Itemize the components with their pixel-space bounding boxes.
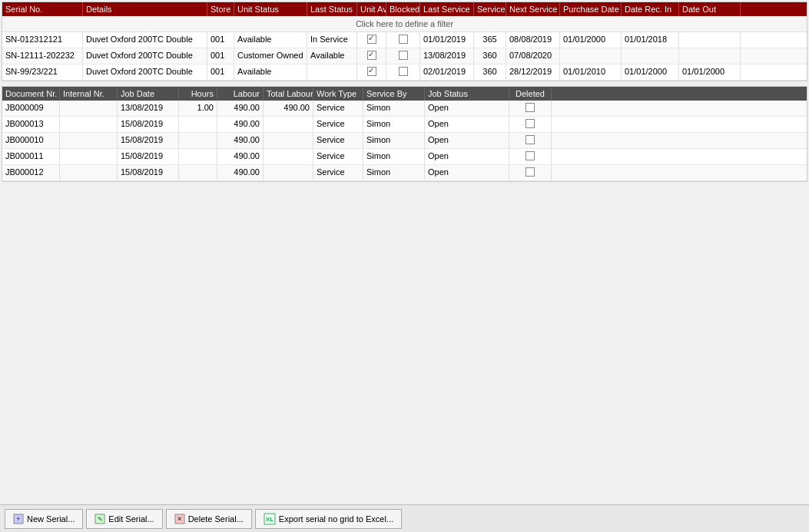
- checkbox-blocked: [399, 35, 408, 44]
- cell-purchase-date: [560, 48, 622, 64]
- header-service-int: Service Int.: [474, 2, 506, 16]
- cell-date-out: 01/01/2000: [679, 64, 741, 80]
- new-icon: +: [13, 514, 24, 524]
- delete-serial-button[interactable]: ✕ Delete Serial...: [166, 509, 252, 529]
- bcell-doc-nr: JB000009: [2, 101, 60, 116]
- bottom-grid-header: Document Nr. Internal Nr. Job Date Hours…: [2, 87, 807, 101]
- header-store: Store: [207, 2, 234, 16]
- bcell-internal-nr: [60, 101, 118, 116]
- top-grid: Serial No. Details Store Unit Status Las…: [2, 2, 807, 81]
- bcell-work-type: Service: [313, 149, 363, 164]
- bheader-doc-nr: Document Nr.: [2, 87, 60, 101]
- bcell-job-date: 15/08/2019: [118, 117, 179, 132]
- bcell-deleted: [509, 165, 552, 180]
- bcell-deleted: [509, 117, 552, 132]
- bcell-internal-nr: [60, 133, 118, 148]
- bheader-internal-nr: Internal Nr.: [60, 87, 118, 101]
- bcell-doc-nr: JB000010: [2, 133, 60, 148]
- checkbox-deleted: [526, 103, 535, 112]
- cell-date-rec-in: 01/01/2018: [622, 32, 679, 48]
- table-row[interactable]: JB000013 15/08/2019 490.00 Service Simon…: [2, 117, 807, 133]
- table-row[interactable]: JB000011 15/08/2019 490.00 Service Simon…: [2, 149, 807, 165]
- bheader-labour: Labour: [217, 87, 264, 101]
- cell-store: 001: [207, 64, 234, 80]
- bcell-job-date: 15/08/2019: [118, 149, 179, 164]
- bcell-total-labour: [264, 133, 313, 148]
- cell-last-status: In Service: [307, 32, 357, 48]
- bcell-hours: [179, 117, 217, 132]
- bcell-service-by: Simon: [363, 149, 425, 164]
- top-grid-header: Serial No. Details Store Unit Status Las…: [2, 2, 807, 16]
- checkbox-deleted: [526, 135, 535, 144]
- bcell-service-by: Simon: [363, 165, 425, 180]
- cell-last-service: 13/08/2019: [420, 48, 474, 64]
- bcell-total-labour: [264, 165, 313, 180]
- cell-last-status: Available: [307, 48, 357, 64]
- new-serial-button[interactable]: + New Serial...: [5, 509, 83, 529]
- checkbox-blocked: [399, 67, 408, 76]
- cell-service-int: 365: [474, 32, 506, 48]
- bcell-service-by: Simon: [363, 101, 425, 116]
- bcell-total-labour: 490.00: [264, 101, 313, 116]
- cell-serial: SN-99/23/221: [2, 64, 83, 80]
- cell-next-service: 07/08/2020: [506, 48, 560, 64]
- bcell-hours: 1.00: [179, 101, 217, 116]
- cell-serial: SN-012312121: [2, 32, 83, 48]
- table-row[interactable]: JB000012 15/08/2019 490.00 Service Simon…: [2, 165, 807, 181]
- bcell-job-status: Open: [425, 117, 509, 132]
- bcell-internal-nr: [60, 165, 118, 180]
- bcell-deleted: [509, 133, 552, 148]
- header-last-status: Last Status: [307, 2, 357, 16]
- cell-date-out: [679, 32, 741, 48]
- cell-service-int: 360: [474, 64, 506, 80]
- cell-details: Duvet Oxford 200TC Double: [83, 48, 207, 64]
- delete-serial-label: Delete Serial...: [188, 514, 244, 524]
- bcell-doc-nr: JB000013: [2, 117, 60, 132]
- cell-last-status: [307, 64, 357, 80]
- bcell-total-labour: [264, 117, 313, 132]
- header-purchase-date: Purchase Date: [560, 2, 622, 16]
- bheader-work-type: Work Type: [313, 87, 363, 101]
- cell-unit-avail: [357, 48, 386, 64]
- cell-date-out: [679, 48, 741, 64]
- table-row[interactable]: SN-99/23/221 Duvet Oxford 200TC Double 0…: [2, 64, 807, 81]
- cell-purchase-date: 01/01/2010: [560, 64, 622, 80]
- cell-serial: SN-12111-202232: [2, 48, 83, 64]
- delete-icon: ✕: [174, 514, 185, 524]
- cell-blocked: [386, 48, 420, 64]
- filter-row[interactable]: Click here to define a filter: [2, 16, 807, 32]
- checkbox-deleted: [526, 119, 535, 128]
- cell-last-service: 01/01/2019: [420, 32, 474, 48]
- bcell-internal-nr: [60, 117, 118, 132]
- main-container: Serial No. Details Store Unit Status Las…: [0, 0, 809, 532]
- checkbox-unit-avail: [367, 51, 376, 60]
- bcell-job-status: Open: [425, 133, 509, 148]
- table-row[interactable]: SN-012312121 Duvet Oxford 200TC Double 0…: [2, 32, 807, 48]
- bcell-internal-nr: [60, 149, 118, 164]
- checkbox-unit-avail: [367, 67, 376, 76]
- new-serial-label: New Serial...: [27, 514, 75, 524]
- table-row[interactable]: JB000009 13/08/2019 1.00 490.00 490.00 S…: [2, 101, 807, 117]
- bcell-labour: 490.00: [217, 101, 264, 116]
- cell-store: 001: [207, 48, 234, 64]
- bcell-service-by: Simon: [363, 133, 425, 148]
- bcell-job-status: Open: [425, 149, 509, 164]
- checkbox-blocked: [399, 51, 408, 60]
- bheader-job-status: Job Status: [425, 87, 509, 101]
- header-unit-avail: Unit Availa: [357, 2, 386, 16]
- table-row[interactable]: JB000010 15/08/2019 490.00 Service Simon…: [2, 133, 807, 149]
- table-row[interactable]: SN-12111-202232 Duvet Oxford 200TC Doubl…: [2, 48, 807, 64]
- bcell-hours: [179, 165, 217, 180]
- bcell-doc-nr: JB000012: [2, 165, 60, 180]
- svg-text:✕: ✕: [177, 515, 183, 523]
- bcell-work-type: Service: [313, 165, 363, 180]
- cell-details: Duvet Oxford 200TC Double: [83, 64, 207, 80]
- header-serial: Serial No.: [2, 2, 83, 16]
- cell-unit-avail: [357, 32, 386, 48]
- export-excel-button[interactable]: XL Export serial no grid to Excel...: [255, 509, 402, 529]
- bcell-job-date: 13/08/2019: [118, 101, 179, 116]
- edit-serial-button[interactable]: ✎ Edit Serial...: [86, 509, 162, 529]
- edit-serial-label: Edit Serial...: [108, 514, 154, 524]
- bcell-work-type: Service: [313, 133, 363, 148]
- footer-toolbar: + New Serial... ✎ Edit Serial... ✕ Delet…: [0, 504, 809, 532]
